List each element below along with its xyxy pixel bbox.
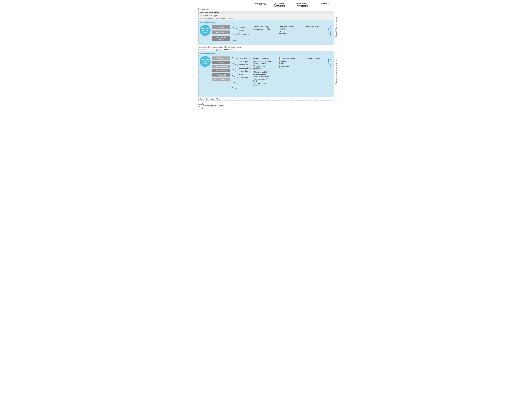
composite-material-box: composite material — [212, 30, 230, 34]
dashed-quant-box: - Auxiliary materials - energy - water -… — [279, 57, 304, 68]
svg-line-1 — [233, 34, 238, 34]
micro-processes-col: refining mixing form shaping — [239, 25, 253, 36]
svg-line-6 — [233, 76, 238, 78]
process-technology-label: - Process technology — [253, 26, 279, 28]
super-element-box: Super - element — [212, 65, 230, 68]
sub-component-box: Sub-component — [212, 69, 230, 72]
geographical-location-label: - Geographical location — [253, 28, 279, 30]
svg-marker-11 — [200, 107, 202, 109]
packaging-label: - packaging — [279, 32, 304, 34]
sub-assembling-label: sub assembling — [239, 66, 253, 70]
assembling-label: assembling — [239, 70, 253, 73]
a3-macro-block: A3 manufacturing adaptivity on macro sca… — [199, 51, 334, 97]
top-outer-box: Production stage A1-A3 A1 raw materials … — [198, 11, 334, 45]
header-processes: PROCESSES — [253, 3, 268, 7]
macro-arrows-svg — [231, 56, 239, 95]
dashed-qual-box: Process technology Geographical location… — [253, 57, 279, 70]
header-quantitative: QUANTITATIVEPARAMETERS — [291, 3, 314, 7]
plus-components-label: + other components — [328, 57, 331, 66]
plus-preproducts-col: + other pre-products — [326, 25, 333, 36]
energy-label: - energy — [279, 28, 304, 30]
dashed-lca-box: - Quantity (Kg or m²) — [304, 57, 326, 61]
legend-text: Product development — [205, 105, 223, 107]
component-box: Component — [212, 74, 230, 76]
a2-transport-row: A2 transport (materials to manufacturing… — [199, 17, 334, 20]
aux-materials-label: - Auxiliary materials — [279, 26, 304, 28]
macro-qualitative-col: Process technology Geographical location… — [253, 56, 279, 87]
macro-arrows-col — [231, 56, 239, 96]
diagram-wrapper: Production stage A1-A3 A1 raw materials … — [198, 11, 334, 101]
a3-label-micro: A3 manufacturing — [200, 22, 333, 24]
super-components-box: Super - components — [212, 78, 230, 81]
qual-adaptive: - Adaptive systems' family — [253, 78, 279, 82]
header-qualitative: QUALITATIVEPARAMETERS — [268, 3, 291, 7]
element-box: Element — [212, 61, 230, 64]
macro-elements-col: Sub-element Element Super - element Sub-… — [212, 56, 230, 81]
rough-shaping-label: rough shaping — [239, 57, 253, 60]
sub-element-box: Sub-element — [212, 57, 230, 60]
qual-scale: - Scale of adaptation — [253, 76, 279, 78]
refining-label: refining — [239, 26, 253, 29]
final-shaping-label: final shaping — [239, 60, 253, 63]
qual-geographical: Geographical location — [254, 60, 278, 62]
production-stage-label: Production stage A1-A3 — [199, 11, 334, 14]
commercial-material-box: commercial material — [212, 36, 230, 41]
svg-line-0 — [233, 27, 238, 29]
right-label-reused-recycled: Reused / Recycled materials — [335, 11, 337, 43]
water-label: - water — [279, 30, 304, 32]
quantity-label: - Quantity (Kg or m²) — [304, 26, 326, 28]
macro-lca-col: - Quantity (Kg or m²) — [304, 56, 326, 61]
svg-line-4 — [233, 63, 238, 66]
header-lca: LCA INPUTS — [314, 3, 334, 7]
a3-label-macro: A3 manufacturing — [200, 53, 333, 55]
legend-svg — [198, 103, 204, 109]
svg-line-5 — [233, 69, 238, 72]
micro-arrows-svg — [231, 26, 239, 43]
micro-lca-col: - Quantity (Kg or m²) — [304, 25, 326, 28]
form-shaping-label: form shaping — [239, 32, 253, 36]
legend-icon-area — [198, 103, 204, 108]
pre-products-label: Pre-products — [198, 8, 334, 10]
main-container: PROCESSES QUALITATIVEPARAMETERS QUANTITA… — [198, 3, 334, 108]
bottom-outer-box: A3 manufacturing adaptivity on macro sca… — [198, 51, 334, 101]
a3-micro-block: A3 manufacturing adaptivity on micro sca… — [199, 20, 334, 45]
micro-arrows-col — [231, 25, 239, 43]
svg-rect-9 — [200, 103, 202, 104]
lca-quantity: - Quantity (Kg or m²) — [305, 58, 325, 60]
right-label-reused-components: Reused components, sub-systems — [335, 44, 337, 101]
quant-water: - water — [280, 63, 303, 65]
a3-macro-content: adaptivity on macro scale Sub-element El… — [200, 56, 333, 96]
a2-commercial-transport-row: A2 transport (commercial material to man… — [198, 45, 334, 48]
construction-row: Construction process A4-A5 — [199, 97, 334, 101]
a3-micro-content: adaptivity on micro scale material compo… — [200, 25, 333, 43]
qual-complementary: Complementary products — [254, 65, 278, 69]
header-row: PROCESSES QUALITATIVEPARAMETERS QUANTITA… — [253, 3, 334, 7]
left-main-area: Production stage A1-A3 A1 raw materials … — [198, 11, 334, 101]
plus-preproducts-label: + other pre-products — [328, 25, 331, 36]
qual-data: - Data availability — [253, 74, 279, 75]
prod-dev-label: Product development (single production s… — [198, 48, 334, 51]
qual-actuation: - Type of actuation system — [253, 83, 279, 87]
svg-line-3 — [233, 58, 238, 59]
material-box: material — [212, 25, 230, 29]
macro-quantitative-col: - Auxiliary materials - energy - water -… — [279, 56, 304, 68]
finishing-off-label: finishing off — [239, 63, 253, 66]
micro-materials-col: material composite material commercial m… — [212, 25, 230, 41]
a1-row: A1 raw materials supply — [199, 14, 334, 17]
mixing-label: mixing — [239, 29, 253, 32]
svg-line-7 — [233, 82, 238, 83]
quant-auxiliary: - Auxiliary materials — [280, 58, 303, 60]
right-vertical-labels: Reused / Recycled materials Reused compo… — [335, 11, 337, 101]
svg-line-8 — [233, 88, 238, 89]
plus-components-col: + other components — [326, 56, 333, 67]
micro-quantitative-col: - Auxiliary materials - energy - water -… — [279, 25, 304, 34]
qual-market: - Market availability — [253, 71, 279, 73]
micro-qualitative-col: - Process technology - Geographical loca… — [253, 25, 279, 30]
qual-process-tech: Process technology — [254, 58, 278, 60]
adaptivity-macro-circle: adaptivity on macro scale — [200, 56, 211, 67]
quant-energy: - energy — [280, 60, 303, 62]
quant-packaging: - packaging — [280, 65, 303, 67]
legend-area: Product development — [198, 103, 334, 108]
qual-waste: Waste materials — [254, 63, 278, 65]
svg-line-2 — [233, 40, 238, 41]
